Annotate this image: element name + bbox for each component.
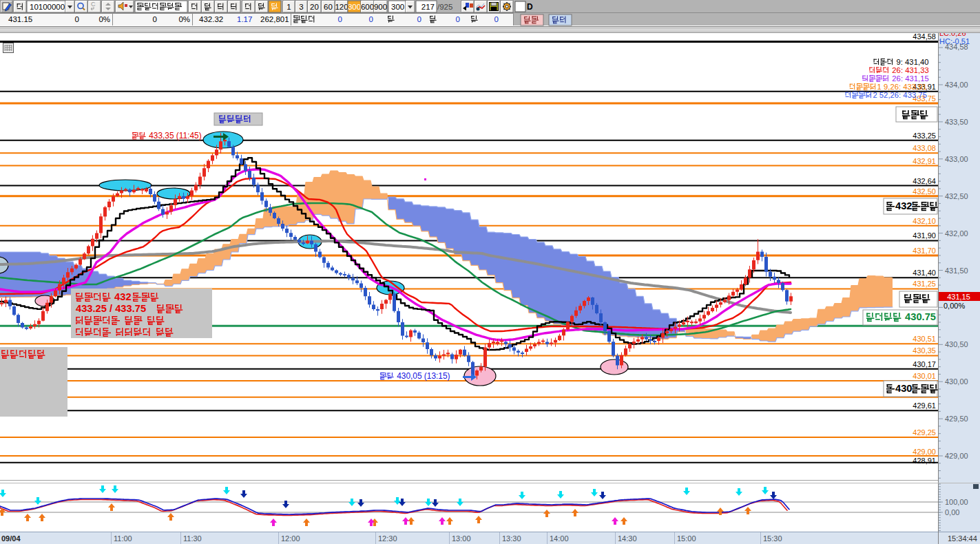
svg-text:217: 217 (421, 3, 435, 11)
svg-text:15:30: 15:30 (763, 534, 782, 543)
svg-text:432,64: 432,64 (913, 177, 936, 185)
svg-text:26: 431,15: 26: 431,15 (890, 74, 929, 83)
svg-text:429,25: 429,25 (913, 428, 936, 437)
svg-text:429,61: 429,61 (913, 401, 936, 410)
svg-text:12:30: 12:30 (378, 534, 397, 543)
svg-text:3: 3 (299, 3, 303, 11)
svg-text:0: 0 (494, 15, 499, 23)
svg-text:430,50: 430,50 (945, 340, 968, 348)
svg-text:432,50: 432,50 (913, 187, 936, 196)
svg-text:430,51: 430,51 (913, 335, 936, 343)
svg-text:100,00: 100,00 (945, 498, 968, 506)
svg-text:429,50: 429,50 (945, 415, 968, 423)
svg-text:13:30: 13:30 (502, 534, 521, 543)
svg-text:600: 600 (361, 3, 374, 11)
svg-text:09/04: 09/04 (1, 534, 21, 543)
svg-text:429,00: 429,00 (945, 452, 968, 460)
svg-text:433.25 / 433.75: 433.25 / 433.75 (76, 303, 146, 314)
svg-text:262,801: 262,801 (260, 15, 289, 23)
svg-text:1 9,26: 433,91: 1 9,26: 433,91 (877, 83, 927, 91)
svg-text:431,15: 431,15 (947, 293, 970, 301)
svg-text:900: 900 (374, 3, 387, 11)
svg-text:11:00: 11:00 (114, 534, 132, 543)
svg-text:20: 20 (310, 3, 319, 11)
svg-text:/925: /925 (437, 3, 452, 11)
svg-text:1.17: 1.17 (237, 15, 252, 23)
svg-text:431,40: 431,40 (913, 269, 936, 277)
svg-text:26: 431,33: 26: 431,33 (890, 66, 929, 74)
svg-text:9: 431,40: 9: 431,40 (894, 58, 928, 66)
svg-text:431,50: 431,50 (945, 266, 968, 275)
svg-text:433,35 (11:45): 433,35 (11:45) (147, 131, 202, 140)
svg-text:0: 0 (75, 15, 79, 23)
svg-text:0: 0 (153, 15, 157, 23)
svg-text:C: C (91, 1, 96, 8)
svg-text:432.32: 432.32 (199, 15, 223, 23)
svg-text:0,00%: 0,00% (943, 302, 965, 310)
svg-text:D: D (527, 2, 533, 12)
svg-text:0: 0 (338, 15, 342, 23)
svg-text:15:34:44: 15:34:44 (948, 534, 977, 543)
svg-text:432,00: 432,00 (945, 229, 968, 238)
svg-text:431,90: 431,90 (913, 231, 936, 240)
svg-text:14:00: 14:00 (550, 534, 569, 543)
svg-text:428,91: 428,91 (913, 457, 936, 465)
svg-text:0: 0 (456, 15, 460, 23)
svg-text:433,00: 433,00 (945, 155, 968, 163)
svg-text:433,50: 433,50 (945, 118, 968, 126)
svg-text:11:30: 11:30 (183, 534, 202, 543)
svg-text:432: 432 (895, 200, 913, 211)
svg-text:0%: 0% (98, 15, 110, 23)
svg-text:431.15: 431.15 (8, 15, 32, 23)
svg-text:432: 432 (112, 291, 132, 302)
svg-text:1: 1 (286, 3, 291, 11)
svg-text:14:30: 14:30 (618, 534, 637, 543)
svg-text:300: 300 (348, 3, 361, 11)
svg-text:0,00: 0,00 (945, 508, 959, 516)
svg-text:433,08: 433,08 (913, 144, 936, 152)
svg-text:10100000: 10100000 (30, 3, 65, 11)
svg-text:430,05 (13:15): 430,05 (13:15) (395, 371, 450, 381)
svg-text:430.75: 430.75 (902, 311, 936, 322)
svg-text:60: 60 (324, 3, 333, 11)
svg-text:430,01: 430,01 (913, 372, 936, 380)
svg-text:12:00: 12:00 (281, 534, 300, 543)
svg-text:432,50: 432,50 (945, 192, 968, 200)
svg-text:13:00: 13:00 (452, 534, 471, 543)
svg-text:431,70: 431,70 (913, 247, 936, 255)
svg-text:0: 0 (369, 15, 373, 23)
svg-text:434,58: 434,58 (913, 32, 936, 41)
svg-text:120: 120 (335, 3, 348, 11)
svg-text:0: 0 (417, 15, 421, 23)
svg-text:HC:-0,51: HC:-0,51 (939, 37, 970, 45)
svg-text:431,25: 431,25 (913, 280, 936, 288)
svg-text:434,00: 434,00 (945, 81, 968, 89)
svg-text:432,91: 432,91 (913, 157, 936, 165)
svg-text:430,35: 430,35 (913, 346, 936, 355)
svg-text:430,17: 430,17 (913, 360, 936, 368)
svg-text:429,00: 429,00 (913, 448, 936, 456)
svg-text:430,00: 430,00 (945, 377, 968, 386)
svg-text:432,10: 432,10 (913, 217, 936, 225)
svg-text:15:00: 15:00 (677, 534, 696, 543)
svg-text:430: 430 (895, 383, 913, 394)
svg-text:0%: 0% (178, 15, 190, 23)
svg-text:300: 300 (391, 3, 404, 11)
svg-text:2 52,26: 433,75: 2 52,26: 433,75 (873, 91, 927, 99)
svg-text:433,25: 433,25 (913, 132, 936, 140)
